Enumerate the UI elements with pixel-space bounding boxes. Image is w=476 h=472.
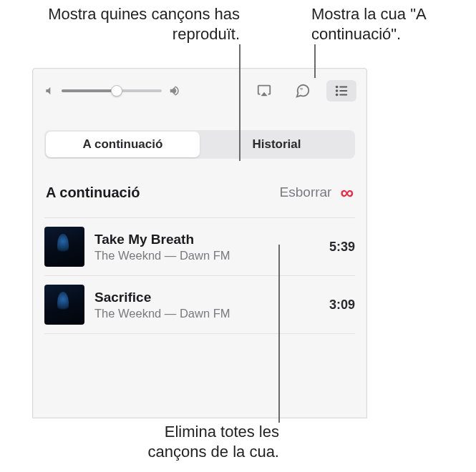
queue-panel-window: ” A continuació Historial A continuació … bbox=[32, 68, 367, 418]
leader-line bbox=[314, 44, 316, 78]
lyrics-button[interactable]: ” bbox=[288, 80, 318, 102]
clear-queue-button[interactable]: Esborrar bbox=[280, 185, 332, 200]
track-subtitle: The Weeknd — Dawn FM bbox=[94, 249, 319, 262]
tab-upnext[interactable]: A continuació bbox=[46, 132, 200, 157]
toolbar: ” bbox=[33, 69, 366, 113]
segmented-control: A continuació Historial bbox=[44, 130, 355, 159]
svg-rect-2 bbox=[339, 87, 347, 88]
svg-rect-6 bbox=[339, 94, 347, 96]
section-header: A continuació Esborrar ∞ bbox=[44, 183, 355, 202]
album-art bbox=[44, 285, 84, 325]
album-art bbox=[44, 227, 84, 267]
svg-point-1 bbox=[336, 86, 339, 89]
callout-clear: Elimina totes les cançons de la cua. bbox=[107, 422, 279, 461]
leader-line bbox=[239, 44, 241, 161]
leader-line bbox=[278, 245, 280, 423]
airplay-button[interactable] bbox=[249, 80, 279, 102]
track-subtitle: The Weeknd — Dawn FM bbox=[94, 307, 319, 320]
track-title: Take My Breath bbox=[94, 232, 319, 247]
svg-point-5 bbox=[336, 94, 339, 97]
callout-queue-button: Mostra la cua "A continuació". bbox=[311, 4, 469, 44]
track-duration: 3:09 bbox=[329, 298, 355, 313]
callout-history: Mostra quines cançons has reproduït. bbox=[32, 4, 240, 44]
svg-text:”: ” bbox=[300, 87, 303, 94]
svg-point-3 bbox=[336, 89, 339, 92]
autoplay-infinity-icon[interactable]: ∞ bbox=[340, 183, 354, 202]
volume-control[interactable] bbox=[43, 84, 180, 98]
tab-history[interactable]: Historial bbox=[200, 132, 354, 157]
svg-rect-4 bbox=[339, 90, 347, 92]
track-duration: 5:39 bbox=[329, 240, 355, 255]
queue-list: Take My Breath The Weeknd — Dawn FM 5:39… bbox=[44, 217, 355, 334]
list-item[interactable]: Take My Breath The Weeknd — Dawn FM 5:39 bbox=[44, 218, 355, 276]
volume-slider[interactable] bbox=[62, 84, 162, 98]
queue-button[interactable] bbox=[326, 80, 356, 102]
speaker-low-icon bbox=[43, 84, 56, 97]
section-title: A continuació bbox=[46, 185, 140, 201]
track-title: Sacrifice bbox=[94, 290, 319, 305]
list-item[interactable]: Sacrifice The Weeknd — Dawn FM 3:09 bbox=[44, 276, 355, 334]
speaker-high-icon bbox=[167, 84, 180, 97]
